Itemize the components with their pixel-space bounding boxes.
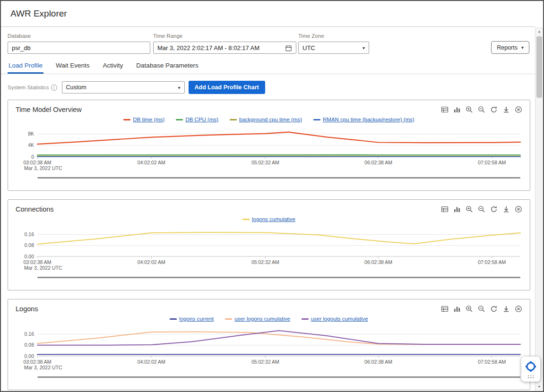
chart-type-icon[interactable] [453, 106, 461, 113]
download-icon[interactable] [502, 305, 510, 313]
download-icon[interactable] [502, 205, 510, 213]
svg-text:04:02:02 AM: 04:02:02 AM [138, 160, 165, 165]
legend-item[interactable]: logons current [170, 316, 214, 322]
svg-text:Mar 3, 2022 UTC: Mar 3, 2022 UTC [24, 265, 62, 271]
legend-series-link[interactable]: user logouts cumulative [311, 316, 368, 322]
zoom-out-icon[interactable] [478, 205, 485, 213]
view-data-table-icon[interactable] [441, 305, 449, 313]
remove-chart-icon[interactable] [515, 305, 522, 313]
zoom-in-icon[interactable] [466, 305, 473, 313]
legend-series-link[interactable]: logons cumulative [252, 216, 295, 222]
time-zone-select[interactable]: UTC ▾ [298, 42, 369, 54]
add-load-profile-chart-button[interactable]: Add Load Profile Chart [189, 81, 265, 94]
time-zone-value: UTC [302, 44, 315, 51]
assistant-widget[interactable] [521, 357, 540, 382]
svg-text:0.16: 0.16 [25, 231, 35, 237]
chart-horizontal-scrollbar[interactable] [37, 376, 520, 378]
remove-chart-icon[interactable] [515, 106, 522, 113]
svg-text:04:02:02 AM: 04:02:02 AM [138, 259, 165, 265]
chart-title: Time Model Overview [16, 106, 82, 113]
drag-handle-dots[interactable] [528, 375, 534, 378]
reset-zoom-icon[interactable] [490, 305, 498, 313]
legend-swatch [230, 119, 237, 120]
svg-text:05:02:32 AM: 05:02:32 AM [251, 359, 279, 365]
legend-item[interactable]: background cpu time (ms) [230, 117, 302, 122]
zoom-out-icon[interactable] [478, 106, 485, 113]
legend-item[interactable]: user logons cumulative [225, 316, 290, 322]
zoom-in-icon[interactable] [466, 205, 473, 213]
svg-text:Mar 3, 2022 UTC: Mar 3, 2022 UTC [24, 165, 62, 171]
chart-horizontal-scrollbar[interactable] [37, 177, 520, 179]
legend-swatch [123, 119, 130, 120]
legend-item[interactable]: RMAN cpu time (backup/restore) (ms) [313, 117, 414, 122]
tab-load-profile[interactable]: Load Profile [8, 58, 43, 74]
chart-toolbar [441, 205, 522, 213]
scroll-down-arrow-icon[interactable]: ▼ [535, 383, 543, 390]
legend-item[interactable]: user logouts cumulative [302, 316, 368, 322]
chart-legend: DB time (ms)DB CPU (ms)background cpu ti… [16, 115, 522, 124]
tab-bar: Load Profile Wait Events Activity Databa… [1, 54, 535, 74]
tab-database-parameters[interactable]: Database Parameters [135, 58, 199, 74]
scroll-up-arrow-icon[interactable]: ▲ [535, 28, 543, 35]
reports-button-label: Reports [497, 44, 518, 51]
legend-item[interactable]: DB CPU (ms) [176, 117, 218, 122]
svg-text:Mar 3, 2022 UTC: Mar 3, 2022 UTC [24, 365, 62, 370]
download-icon[interactable] [502, 106, 510, 113]
chart-type-icon[interactable] [453, 305, 461, 313]
scrollbar-thumb[interactable] [536, 36, 542, 98]
statistics-select[interactable]: Custom ▾ [62, 81, 185, 94]
legend-series-link[interactable]: DB CPU (ms) [185, 117, 218, 122]
svg-text:06:02:38 AM: 06:02:38 AM [364, 160, 392, 165]
reset-zoom-icon[interactable] [490, 106, 498, 113]
svg-text:06:02:38 AM: 06:02:38 AM [364, 359, 392, 365]
svg-text:4K: 4K [28, 142, 34, 148]
view-data-table-icon[interactable] [441, 106, 449, 113]
chart-legend: logons currentuser logons cumulativeuser… [16, 315, 522, 323]
view-data-table-icon[interactable] [441, 205, 449, 213]
legend-series-link[interactable]: RMAN cpu time (backup/restore) (ms) [323, 117, 414, 122]
time-range-value: Mar 3, 2022 2:02:17 AM - 8:02:17 AM [157, 44, 259, 51]
svg-text:07:02:58 AM: 07:02:58 AM [478, 359, 506, 365]
time-range-input[interactable]: Mar 3, 2022 2:02:17 AM - 8:02:17 AM [153, 42, 296, 54]
chart-controls: System Statistics i Custom ▾ Add Load Pr… [1, 74, 535, 100]
chart-panel-time-model-overview: Time Model Overview DB time (ms)DB CPU (… [8, 100, 530, 191]
legend-series-link[interactable]: background cpu time (ms) [239, 117, 302, 122]
time-range-field: Time Range Mar 3, 2022 2:02:17 AM - 8:02… [153, 33, 296, 54]
chart-legend: logons cumulative [16, 215, 522, 223]
chevron-down-icon: ▾ [521, 45, 524, 50]
svg-text:0.08: 0.08 [25, 242, 35, 248]
remove-chart-icon[interactable] [515, 205, 522, 213]
legend-series-link[interactable]: user logons cumulative [234, 316, 290, 322]
info-icon[interactable]: i [51, 85, 57, 91]
svg-text:05:02:32 AM: 05:02:32 AM [251, 160, 279, 165]
svg-text:03:02:38 AM: 03:02:38 AM [24, 259, 52, 265]
database-label: Database [8, 33, 150, 39]
legend-series-link[interactable]: DB time (ms) [133, 117, 164, 122]
zoom-out-icon[interactable] [478, 305, 485, 313]
database-input[interactable] [8, 42, 150, 54]
assistant-icon[interactable] [525, 360, 537, 373]
calendar-icon[interactable] [285, 44, 292, 51]
legend-series-link[interactable]: logons current [179, 316, 214, 322]
tab-wait-events[interactable]: Wait Events [55, 58, 91, 74]
legend-item[interactable]: logons cumulative [242, 216, 295, 222]
zoom-in-icon[interactable] [466, 106, 473, 113]
series-line [37, 155, 520, 155]
time-zone-field: Time Zone UTC ▾ [298, 33, 369, 54]
svg-text:0: 0 [31, 154, 34, 160]
line-chart-connections: 0.000.080.1603:02:38 AM04:02:02 AM05:02:… [16, 225, 524, 280]
svg-text:0.08: 0.08 [25, 342, 35, 348]
legend-item[interactable]: DB time (ms) [123, 117, 164, 122]
vertical-scrollbar[interactable]: ▲ ▼ [535, 27, 543, 391]
awr-explorer-window: AWR Explorer Database Time Range Mar 3, … [0, 0, 544, 392]
chart-type-icon[interactable] [453, 205, 461, 213]
svg-text:06:02:38 AM: 06:02:38 AM [364, 259, 392, 265]
chart-horizontal-scrollbar[interactable] [37, 277, 520, 278]
chevron-down-icon: ▾ [178, 85, 181, 90]
svg-text:0.00: 0.00 [25, 353, 35, 359]
reports-button[interactable]: Reports ▾ [491, 41, 529, 54]
svg-text:03:02:38 AM: 03:02:38 AM [24, 160, 52, 165]
tab-activity[interactable]: Activity [102, 58, 124, 74]
reset-zoom-icon[interactable] [490, 205, 498, 213]
svg-text:05:02:32 AM: 05:02:32 AM [251, 259, 279, 265]
